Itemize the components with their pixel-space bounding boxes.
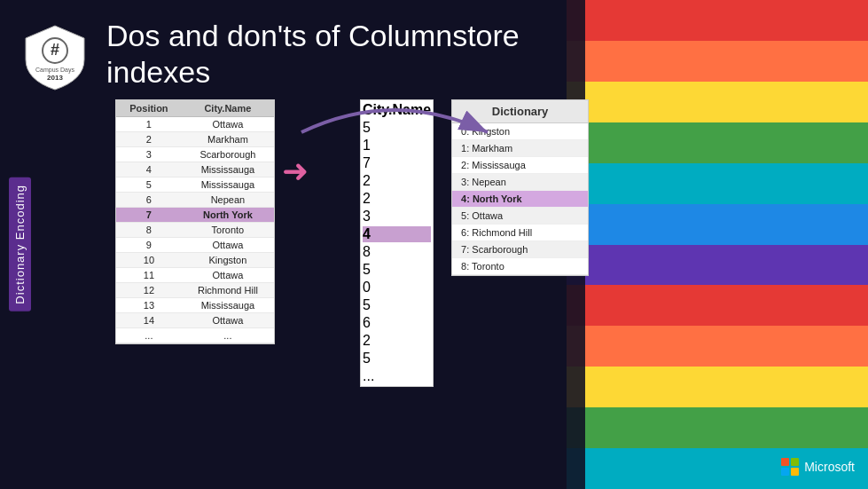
city-cell: North York [182,207,274,222]
col-position-header: Position [116,100,182,117]
position-cell: 7 [116,207,182,222]
position-cell: 14 [116,312,182,327]
city-cell: Richmond Hill [182,282,274,297]
position-cell: 2 [116,131,182,146]
num-row: 2 [363,333,431,349]
num-cell: 5 [363,351,431,367]
position-cell: 8 [116,222,182,237]
num-cell: 3 [363,209,431,225]
position-cell: 10 [116,252,182,267]
position-cell: 9 [116,237,182,252]
num-cell: 5 [363,262,431,278]
num-cell: ... [363,368,431,384]
city-cell: Mississauga [182,177,274,192]
table-row: 7North York [116,207,274,222]
num-row: 8 [363,244,431,260]
main-content: Dos and don'ts of Columnstore indexes Di… [0,0,868,489]
table-row: 14Ottawa [116,312,274,327]
dict-entry: 4: North York [452,191,588,208]
dict-entry: 7: Scarborough [452,241,588,258]
side-label: Dictionary Encoding [9,177,31,312]
position-cell: 5 [116,177,182,192]
num-cell: 5 [363,297,431,313]
num-cell: 7 [363,155,431,171]
city-cell: Toronto [182,222,274,237]
table-row: 8Toronto [116,222,274,237]
table-row: 5Mississauga [116,177,274,192]
city-cell: Scarborough [182,146,274,162]
position-cell: 11 [116,267,182,282]
num-cell: 2 [363,173,431,189]
num-cell: 2 [363,191,431,207]
num-cell: 6 [363,315,431,331]
table-row: 11Ottawa [116,267,274,282]
table-row: 4Mississauga [116,162,274,177]
numeric-panel: City.Name 51722348505625... [360,99,434,387]
city-cell: Kingston [182,252,274,267]
main-table-panel: Position City.Name 1Ottawa2Markham3Scarb… [115,99,275,344]
microsoft-logo: Microsoft [781,458,855,476]
num-row: 2 [363,173,431,189]
dict-entry: 8: Toronto [452,258,588,275]
num-cell: 2 [363,333,431,349]
city-cell: Mississauga [182,162,274,177]
microsoft-label: Microsoft [804,460,855,474]
dict-entry: 3: Nepean [452,174,588,191]
position-cell: 4 [116,162,182,177]
city-cell: Ottawa [182,237,274,252]
table-row: 6Nepean [116,192,274,207]
table-row: 9Ottawa [116,237,274,252]
city-cell: Nepean [182,192,274,207]
city-cell: Ottawa [182,267,274,282]
table-row: 13Mississauga [116,297,274,312]
position-cell: 6 [116,192,182,207]
city-cell: Markham [182,131,274,146]
dict-entry: 5: Ottawa [452,208,588,225]
table-row: ...... [116,327,274,343]
num-row: 4 [363,226,431,242]
table-row: 2Markham [116,131,274,146]
title-line1: Dos and don'ts of Columnstore [106,19,520,52]
city-cell: Ottawa [182,312,274,327]
num-row: 2 [363,191,431,207]
title-line2: indexes [106,55,210,89]
city-cell: Ottawa [182,116,274,131]
table-row: 1Ottawa [116,116,274,131]
curved-arrow [284,92,505,141]
num-row: 6 [363,315,431,331]
num-row: 5 [363,297,431,313]
city-cell: Mississauga [182,297,274,312]
position-cell: 13 [116,297,182,312]
position-cell: ... [116,327,182,343]
dict-entry: 6: Richmond Hill [452,225,588,241]
col-cityname-header: City.Name [182,100,274,117]
table-row: 3Scarborough [116,146,274,162]
num-row: 0 [363,280,431,296]
num-row: 7 [363,155,431,171]
num-row: 5 [363,262,431,278]
num-cell: 8 [363,244,431,260]
slide-title: Dos and don'ts of Columnstore indexes [27,18,841,91]
city-cell: ... [182,327,274,343]
pink-arrow-icon: ➜ [282,153,309,190]
dict-entry: 2: Mississauga [452,157,588,174]
position-cell: 1 [116,116,182,131]
num-cell: 4 [363,226,431,242]
dict-entry: 1: Markham [452,140,588,157]
table-row: 10Kingston [116,252,274,267]
num-cell: 0 [363,280,431,296]
num-row: 3 [363,209,431,225]
num-row: 5 [363,351,431,367]
ms-grid-icon [781,458,799,476]
position-cell: 12 [116,282,182,297]
position-cell: 3 [116,146,182,162]
table-row: 12Richmond Hill [116,282,274,297]
num-row: ... [363,368,431,384]
